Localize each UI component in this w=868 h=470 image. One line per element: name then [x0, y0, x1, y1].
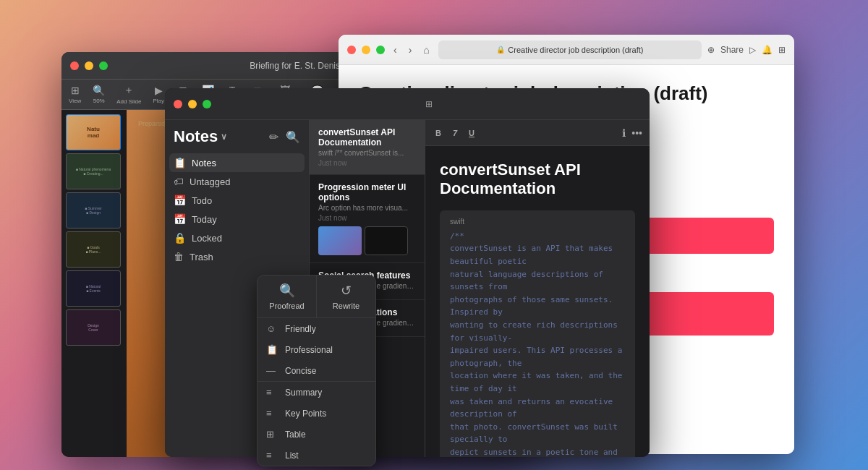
proofread-button[interactable]: 🔍 Proofread	[258, 275, 317, 317]
today-icon: 📅	[174, 213, 186, 225]
note-1-time: Just now	[318, 214, 416, 222]
concise-icon: —	[266, 365, 278, 376]
browser-share-label[interactable]: Share	[720, 45, 744, 55]
rewrite-icon: ↺	[341, 283, 352, 299]
browser-back-button[interactable]: ‹	[391, 43, 400, 57]
underline-button[interactable]: U	[466, 127, 477, 139]
proofread-label: Proofread	[269, 302, 304, 310]
minimize-button[interactable]	[85, 61, 93, 70]
todo-icon: 📅	[174, 195, 186, 206]
rewrite-label: Rewrite	[333, 302, 359, 310]
code-language: swift	[450, 218, 625, 226]
browser-bell-button[interactable]: 🔔	[762, 45, 773, 55]
sidebar-item-untagged-label: Untagged	[190, 176, 230, 187]
table-label: Table	[285, 430, 306, 440]
note-1-preview: Arc option has more visua...	[318, 204, 416, 212]
browser-minimize[interactable]	[362, 46, 370, 54]
slide-panel: Natumad ■ Natural phenomena■ Creating...…	[61, 110, 127, 457]
note-1-thumb-2	[365, 226, 408, 255]
toolbar-play[interactable]: ▶Play	[153, 85, 164, 104]
search-icon[interactable]: 🔍	[286, 130, 300, 144]
slide-thumb-4[interactable]: ■ Goals■ Plans...	[66, 231, 121, 268]
slide-thumb-5[interactable]: ■ Natural■ Events	[66, 270, 121, 307]
dropdown-key-points[interactable]: ≡ Key Points	[258, 403, 375, 424]
sidebar-item-untagged[interactable]: 🏷 Untagged	[165, 172, 309, 191]
code-block-main: swift /** convertSunset is an API that m…	[440, 210, 635, 457]
key-points-label: Key Points	[285, 409, 326, 419]
rewrite-button[interactable]: ↺ Rewrite	[317, 275, 375, 317]
toolbar-add-slide[interactable]: ＋Add Slide	[116, 84, 141, 105]
sidebar-item-todo-label: Todo	[192, 195, 212, 206]
browser-close[interactable]	[347, 46, 356, 54]
sidebar-item-locked[interactable]: 🔒 Locked	[165, 228, 309, 247]
dropdown-table[interactable]: ⊞ Table	[258, 424, 375, 445]
browser-titlebar: ‹ › ⌂ 🔒 Creative director job descriptio…	[339, 35, 794, 65]
notes-window: ⊞ Notes ∨ ✏ 🔍 📋 Notes	[165, 88, 650, 457]
dropdown-top-buttons: 🔍 Proofread ↺ Rewrite	[258, 275, 375, 318]
sidebar-item-today-label: Today	[192, 214, 217, 225]
browser-sidebar-button[interactable]: ⊞	[778, 45, 786, 55]
friendly-icon: ☺	[266, 323, 278, 334]
note-list-item-0[interactable]: convertSunset API Documentation swift /*…	[310, 120, 425, 175]
notes-close-button[interactable]	[174, 100, 182, 108]
slide-thumb-2[interactable]: ■ Natural phenomena■ Creating...	[66, 153, 121, 189]
dropdown-list[interactable]: ≡ List	[258, 445, 375, 466]
browser-video-button[interactable]: ▷	[749, 45, 756, 55]
note-body-content: convertSunset API Documentation swift /*…	[425, 146, 650, 457]
sidebar-action-icons: ✏ 🔍	[269, 130, 300, 144]
note-0-time: Just now	[318, 159, 416, 167]
fullscreen-button[interactable]	[99, 61, 108, 70]
note-0-preview: swift /** convertSunset is...	[318, 149, 416, 157]
sidebar-item-todo[interactable]: 📅 Todo	[165, 191, 309, 210]
trash-icon: 🗑	[174, 251, 184, 262]
notes-fullscreen-button[interactable]	[203, 100, 211, 108]
note-toolbar-right: ℹ •••	[622, 127, 642, 139]
table-icon: ⊞	[266, 429, 278, 440]
slide-thumb-1[interactable]: Natumad	[66, 114, 121, 150]
sidebar-item-notes[interactable]: 📋 Notes	[169, 153, 305, 172]
compose-icon[interactable]: ✏	[269, 130, 278, 144]
toolbar-zoom[interactable]: 🔍50%	[93, 85, 105, 104]
notes-sidebar-toggle-icon[interactable]: ⊞	[425, 99, 433, 109]
summary-label: Summary	[285, 388, 322, 398]
browser-home-button[interactable]: ⌂	[420, 43, 432, 57]
sidebar-title-text: Notes	[174, 127, 218, 146]
sidebar-title-area: Notes ∨	[174, 127, 227, 146]
bold-button[interactable]: B	[433, 127, 444, 139]
italic-button[interactable]: 7	[450, 127, 460, 139]
sidebar-chevron-icon: ∨	[221, 132, 227, 142]
toolbar-view[interactable]: ⊞View	[69, 85, 81, 104]
slide-thumb-6[interactable]: DesignCover	[66, 309, 121, 346]
dropdown-professional[interactable]: 📋 Professional	[258, 339, 375, 360]
dropdown-friendly[interactable]: ☺ Friendly	[258, 318, 375, 339]
browser-forward-button[interactable]: ›	[406, 43, 415, 57]
info-icon[interactable]: ℹ	[622, 127, 626, 139]
browser-share-button[interactable]: ⊕	[707, 45, 715, 55]
browser-addressbar[interactable]: 🔒 Creative director job description (dra…	[438, 40, 702, 59]
sidebar-item-trash-label: Trash	[190, 252, 213, 262]
locked-icon: 🔒	[174, 232, 186, 244]
sidebar-item-notes-label: Notes	[192, 158, 216, 168]
more-icon[interactable]: •••	[631, 127, 642, 139]
note-main-title: convertSunset API Documentation	[440, 161, 635, 199]
notes-folder-icon: 📋	[174, 157, 186, 168]
slide-thumb-3[interactable]: ■ Summer■ Design	[66, 192, 121, 228]
notes-body: Notes ∨ ✏ 🔍 📋 Notes 🏷 Untagged	[165, 120, 650, 457]
ai-writing-dropdown: 🔍 Proofread ↺ Rewrite ☺ Friendly 📋 Profe…	[257, 275, 376, 466]
notes-minimize-button[interactable]	[188, 100, 197, 108]
note-list-item-1[interactable]: Progression meter UI options Arc option …	[310, 175, 425, 263]
note-content-toolbar: B 7 U ℹ •••	[425, 120, 650, 146]
key-points-icon: ≡	[266, 408, 278, 419]
browser-fullscreen[interactable]	[376, 46, 385, 54]
summary-icon: ≡	[266, 387, 278, 398]
dropdown-concise[interactable]: — Concise	[258, 360, 375, 381]
sidebar-item-today[interactable]: 📅 Today	[165, 210, 309, 228]
dropdown-summary[interactable]: ≡ Summary	[258, 382, 375, 403]
sidebar-items-list: 📋 Notes 🏷 Untagged 📅 Todo 📅 Today 🔒	[165, 150, 309, 269]
sidebar-item-trash[interactable]: 🗑 Trash	[165, 247, 309, 266]
list-icon: ≡	[266, 450, 278, 461]
professional-label: Professional	[285, 345, 333, 355]
note-1-thumbs	[318, 226, 416, 255]
close-button[interactable]	[70, 61, 79, 70]
list-label: List	[285, 450, 299, 461]
